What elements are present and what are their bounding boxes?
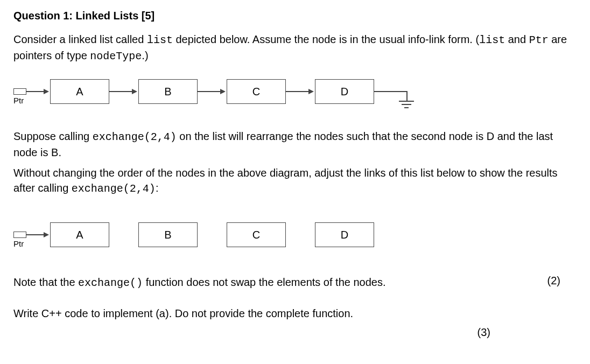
intro-paragraph: Consider a linked list called list depic…: [13, 32, 577, 64]
ptr-box-icon: [13, 232, 26, 238]
intro-code-1: list: [147, 34, 173, 46]
ptr-box-icon: [13, 88, 26, 95]
node-c: C: [227, 222, 286, 247]
arrow-line: [286, 91, 311, 92]
mid2-text-b: :: [156, 182, 159, 194]
intro-text-2: depicted below. Assume the node is in th…: [173, 33, 479, 45]
intro-code-3: Ptr: [529, 34, 549, 46]
task-paragraph: Write C++ code to implement (a). Do not …: [13, 306, 577, 321]
arrow-head-icon: [44, 89, 49, 94]
arrow-line: [26, 91, 46, 92]
node-b: B: [138, 222, 198, 247]
mid1-text-a: Suppose calling: [13, 130, 93, 142]
arrow-head-icon: [308, 89, 314, 94]
mid2-code: exchange(2,4): [72, 183, 156, 195]
diagram-2: Ptr A B C D: [13, 221, 577, 258]
node-d: D: [315, 222, 374, 247]
intro-code-4: nodeType: [90, 50, 142, 62]
arrow-line: [109, 91, 134, 92]
node-c: C: [227, 79, 286, 104]
question-heading: Question 1: Linked Lists [5]: [13, 10, 577, 22]
ptr-label: Ptr: [13, 239, 24, 248]
node-a: A: [50, 79, 109, 104]
arrow-head-icon: [44, 232, 49, 237]
note-text-a: Note that the: [13, 276, 78, 288]
node-b: B: [138, 79, 198, 104]
mid1-code: exchange(2,4): [93, 131, 177, 143]
ptr-label: Ptr: [13, 96, 24, 105]
node-a: A: [50, 222, 109, 247]
note-paragraph: Note that the exchange() function does n…: [13, 275, 547, 291]
intro-text-3: and: [505, 33, 529, 45]
mid-paragraph-1: Suppose calling exchange(2,4) on the lis…: [13, 129, 577, 160]
arrow-line: [374, 91, 406, 92]
mid-paragraph-2: Without changing the order of the nodes …: [13, 165, 577, 197]
intro-text-5: .): [142, 50, 148, 61]
diagram-1: Ptr A B C D: [13, 78, 577, 115]
arrow-line: [198, 91, 222, 92]
marks-2: (3): [13, 326, 577, 339]
intro-code-2: list: [479, 34, 505, 46]
marks-1: (2): [547, 275, 577, 287]
intro-text-1: Consider a linked list called: [13, 33, 147, 45]
arrow-line: [26, 234, 46, 235]
arrow-head-icon: [220, 89, 226, 94]
arrow-head-icon: [132, 89, 137, 94]
note-code: exchange(): [78, 277, 143, 289]
node-d: D: [315, 79, 374, 104]
note-text-b: function does not swap the elements of t…: [143, 276, 385, 288]
